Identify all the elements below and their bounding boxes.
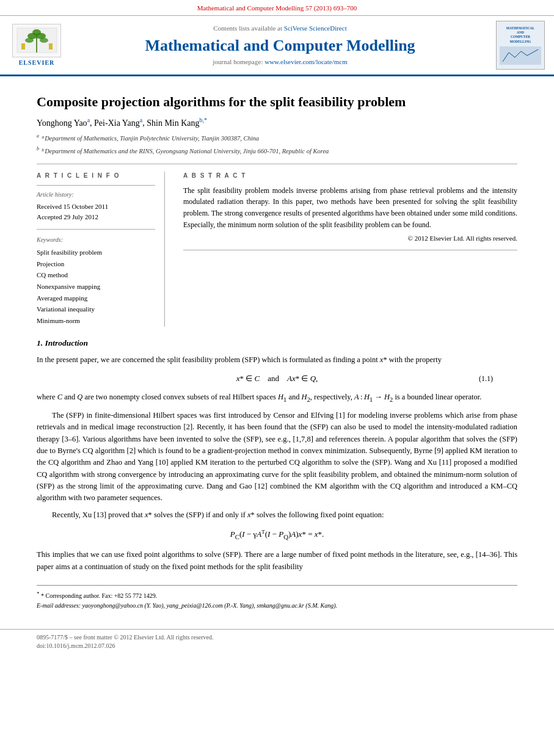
elsevier-logo: ELSEVIER <box>9 24 64 67</box>
history-label: Article history: <box>37 191 155 199</box>
top-bar: Mathematical and Computer Modelling 57 (… <box>0 0 554 16</box>
bottom-bar: 0895-7177/$ – see front matter © 2012 El… <box>0 629 554 654</box>
keyword-2: Projection <box>37 258 155 270</box>
eq2-content: PC(I − γAT(I − PQ)A)x* = x*. <box>230 528 324 542</box>
svg-rect-9 <box>500 46 541 65</box>
keyword-3: CQ method <box>37 269 155 281</box>
bottom-copyright: 0895-7177/$ – see front matter © 2012 El… <box>37 633 517 642</box>
equation-1-1: x* ∈ C and Ax* ∈ Q, (1.1) <box>61 373 493 384</box>
bottom-doi: doi:10.1016/j.mcm.2012.07.026 <box>37 642 517 650</box>
journal-center: Contents lists available at SciVerse Sci… <box>70 24 490 67</box>
article-info-header: A R T I C L E I N F O <box>37 172 155 180</box>
homepage-link[interactable]: www.elsevier.com/locate/mcm <box>264 58 348 65</box>
intro-para1: In the present paper, we are concerned t… <box>37 354 517 366</box>
affiliation-b: b ᵇ Department of Mathematics and the RI… <box>37 145 517 156</box>
eq1-content: x* ∈ C and Ax* ∈ Q, <box>236 373 318 384</box>
section1-body2: where C and Q are two nonempty closed co… <box>37 391 517 521</box>
journal-homepage: journal homepage: www.elsevier.com/locat… <box>70 57 490 67</box>
sciverse-link: Contents lists available at SciVerse Sci… <box>70 24 490 33</box>
thumb-title: MATHEMATICALANDCOMPUTERMODELLING <box>506 26 535 44</box>
equation-2: PC(I − γAT(I − PQ)A)x* = x*. <box>61 528 493 542</box>
copyright-notice: © 2012 Elsevier Ltd. All rights reserved… <box>183 234 517 243</box>
affiliation-a: a ᵃ Department of Mathematics, Tianjin P… <box>37 133 517 143</box>
received-date: Received 15 October 2011 <box>37 202 155 213</box>
abstract-column: A B S T R A C T The split feasibility pr… <box>183 172 517 327</box>
sciverse-anchor[interactable]: SciVerse ScienceDirect <box>284 24 347 32</box>
footnote-star: * * Corresponding author. Fax: +82 55 77… <box>37 589 517 601</box>
abstract-header: A B S T R A C T <box>183 172 517 180</box>
affil-sup-b: b,* <box>200 117 208 123</box>
svg-rect-8 <box>49 43 53 49</box>
footnote-area: * * Corresponding author. Fax: +82 55 77… <box>37 585 517 611</box>
header-divider <box>37 164 517 164</box>
intro-para5: This implies that we can use fixed point… <box>37 549 517 573</box>
article-title: Composite projection algorithms for the … <box>37 93 517 111</box>
intro-para4: Recently, Xu [13] proved that x* solves … <box>37 509 517 521</box>
intro-para3: The (SFP) in finite-dimensional Hilbert … <box>37 410 517 504</box>
keyword-4: Nonexpansive mapping <box>37 281 155 293</box>
journal-title: Mathematical and Computer Modelling <box>70 36 490 55</box>
accepted-date: Accepted 29 July 2012 <box>37 212 155 223</box>
svg-point-6 <box>40 38 48 43</box>
keyword-7: Minimum-norm <box>37 315 155 327</box>
article-info-column: A R T I C L E I N F O Article history: R… <box>37 172 165 327</box>
col-divider <box>37 185 155 186</box>
svg-point-4 <box>32 29 41 35</box>
keyword-6: Variational inequality <box>37 303 155 315</box>
section1-body: In the present paper, we are concerned t… <box>37 354 517 366</box>
article-info-abstract: A R T I C L E I N F O Article history: R… <box>37 172 517 327</box>
section1-title: 1. Introduction <box>37 338 517 349</box>
svg-point-5 <box>25 38 34 43</box>
keyword-1: Split feasibility problem <box>37 247 155 258</box>
authors-line: Yonghong Yaoa, Pei-Xia Yanga, Shin Min K… <box>37 116 517 129</box>
footnote-emails: E-mail addresses: yaoyonghong@yahoo.cn (… <box>37 601 517 611</box>
thumb-image <box>500 46 541 65</box>
intro-para2: where C and Q are two nonempty closed co… <box>37 391 517 405</box>
main-content: Composite projection algorithms for the … <box>0 76 554 623</box>
abstract-divider <box>183 250 517 250</box>
journal-thumbnail: MATHEMATICALANDCOMPUTERMODELLING <box>496 21 545 70</box>
keywords-label: Keywords: <box>37 236 155 244</box>
section1-body3: This implies that we can use fixed point… <box>37 549 517 573</box>
elsevier-logo-image <box>12 24 61 57</box>
elsevier-brand: ELSEVIER <box>19 59 55 67</box>
journal-citation: Mathematical and Computer Modelling 57 (… <box>197 4 357 12</box>
affil-sup-a1: a <box>87 117 90 123</box>
eq1-number: (1.1) <box>479 374 493 384</box>
keyword-5: Averaged mapping <box>37 293 155 304</box>
svg-rect-7 <box>21 43 25 49</box>
abstract-body: The split feasibility problem models inv… <box>183 185 517 230</box>
col-divider2 <box>37 229 155 230</box>
journal-header: ELSEVIER Contents lists available at Sci… <box>0 16 554 76</box>
affil-sup-a2: a <box>140 117 142 123</box>
